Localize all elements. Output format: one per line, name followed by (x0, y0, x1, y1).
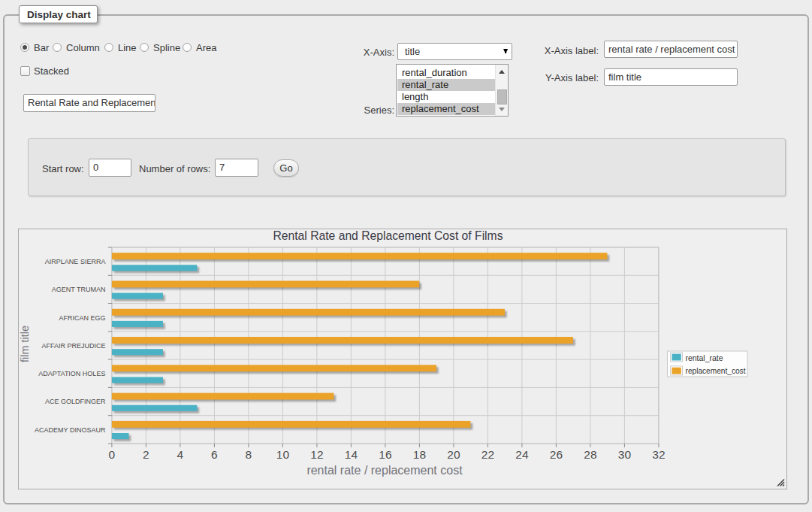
svg-text:rental_rate: rental_rate (686, 353, 723, 362)
svg-text:2: 2 (143, 448, 149, 461)
svg-text:4: 4 (177, 448, 184, 461)
svg-text:ADAPTATION HOLES: ADAPTATION HOLES (38, 370, 105, 377)
svg-text:14: 14 (345, 448, 358, 461)
svg-text:22: 22 (481, 448, 494, 461)
svg-text:film title: film title (19, 326, 31, 362)
svg-text:AFRICAN EGG: AFRICAN EGG (59, 314, 105, 322)
svg-text:replacement_cost: replacement_cost (686, 366, 746, 375)
svg-text:8: 8 (246, 448, 252, 461)
svg-text:18: 18 (413, 448, 426, 461)
svg-text:ACE GOLDFINGER: ACE GOLDFINGER (45, 398, 106, 405)
svg-text:rental rate / replacement cost: rental rate / replacement cost (306, 464, 463, 477)
svg-text:10: 10 (276, 448, 290, 461)
svg-text:AIRPLANE SIERRA: AIRPLANE SIERRA (45, 258, 106, 265)
svg-text:12: 12 (310, 448, 323, 461)
svg-text:28: 28 (584, 448, 596, 461)
svg-text:AFFAIR PREJUDICE: AFFAIR PREJUDICE (41, 342, 105, 350)
svg-text:6: 6 (211, 448, 218, 461)
svg-text:30: 30 (618, 448, 632, 461)
svg-text:16: 16 (379, 448, 391, 461)
svg-text:24: 24 (515, 448, 529, 461)
svg-text:AGENT TRUMAN: AGENT TRUMAN (52, 286, 106, 293)
svg-text:0: 0 (109, 448, 116, 461)
svg-text:26: 26 (550, 448, 563, 461)
svg-text:20: 20 (447, 448, 460, 461)
svg-text:ACADEMY DINOSAUR: ACADEMY DINOSAUR (35, 426, 106, 434)
svg-text:Rental Rate and Replacement Co: Rental Rate and Replacement Cost of Film… (273, 229, 503, 242)
svg-text:32: 32 (652, 448, 665, 461)
